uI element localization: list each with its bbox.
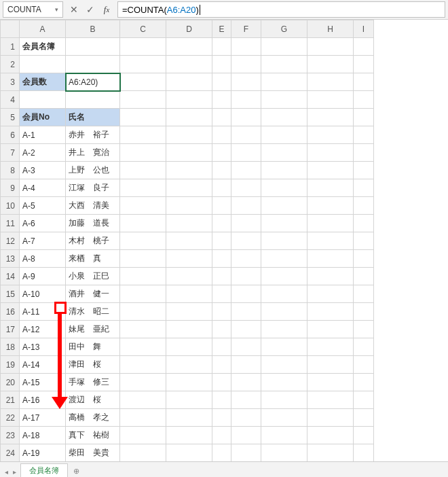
cell-B9[interactable]: 江塚 良子 — [66, 179, 120, 197]
cell-D24[interactable] — [166, 444, 212, 462]
cell-B23[interactable]: 真下 祐樹 — [66, 427, 120, 444]
cell-D21[interactable] — [166, 391, 212, 409]
row-header-12[interactable]: 12 — [1, 232, 20, 250]
cell-H4[interactable] — [307, 91, 354, 109]
cell-F1[interactable] — [231, 38, 261, 56]
cell-C18[interactable] — [120, 338, 166, 356]
cell-H20[interactable] — [307, 374, 354, 391]
add-sheet-button[interactable]: ⊕ — [69, 465, 83, 477]
cell-C23[interactable] — [120, 427, 166, 444]
cell-C11[interactable] — [120, 215, 166, 232]
cell-I7[interactable] — [354, 144, 374, 162]
col-header-H[interactable]: H — [307, 20, 354, 38]
cell-G6[interactable] — [261, 126, 307, 144]
cell-A22[interactable]: A-17 — [20, 409, 66, 427]
row-header-8[interactable]: 8 — [1, 162, 20, 179]
cell-D19[interactable] — [166, 356, 212, 374]
cell-A17[interactable]: A-12 — [20, 321, 66, 338]
cell-F12[interactable] — [231, 232, 261, 250]
select-all-corner[interactable] — [1, 20, 20, 38]
cell-G7[interactable] — [261, 144, 307, 162]
cell-I22[interactable] — [354, 409, 374, 427]
cell-C15[interactable] — [120, 285, 166, 303]
cell-B2[interactable] — [66, 56, 120, 73]
cell-F16[interactable] — [231, 303, 261, 321]
cell-A14[interactable]: A-9 — [20, 268, 66, 285]
cell-F19[interactable] — [231, 356, 261, 374]
tab-nav[interactable]: ◂▸ — [3, 468, 18, 476]
cell-I17[interactable] — [354, 321, 374, 338]
row-header-9[interactable]: 9 — [1, 179, 20, 197]
cell-H2[interactable] — [307, 56, 354, 73]
cell-D14[interactable] — [166, 268, 212, 285]
cell-H16[interactable] — [307, 303, 354, 321]
cell-F20[interactable] — [231, 374, 261, 391]
cell-E14[interactable] — [212, 268, 231, 285]
cell-I15[interactable] — [354, 285, 374, 303]
cell-F14[interactable] — [231, 268, 261, 285]
cell-F9[interactable] — [231, 179, 261, 197]
cell-H14[interactable] — [307, 268, 354, 285]
cell-I13[interactable] — [354, 250, 374, 268]
cell-H10[interactable] — [307, 197, 354, 215]
cell-B3[interactable]: A6:A20) — [66, 73, 120, 91]
cell-A7[interactable]: A-2 — [20, 144, 66, 162]
cell-E7[interactable] — [212, 144, 231, 162]
cell-F22[interactable] — [231, 409, 261, 427]
cell-B18[interactable]: 田中 舞 — [66, 338, 120, 356]
cell-D6[interactable] — [166, 126, 212, 144]
cell-I9[interactable] — [354, 179, 374, 197]
enter-button[interactable]: ✓ — [82, 1, 98, 18]
cell-H13[interactable] — [307, 250, 354, 268]
cell-H11[interactable] — [307, 215, 354, 232]
row-header-3[interactable]: 3 — [1, 73, 20, 91]
cell-G23[interactable] — [261, 427, 307, 444]
cell-A11[interactable]: A-6 — [20, 215, 66, 232]
cell-G3[interactable] — [261, 73, 307, 91]
cell-G5[interactable] — [261, 109, 307, 126]
cell-A1[interactable]: 会員名簿 — [20, 38, 66, 56]
cell-F8[interactable] — [231, 162, 261, 179]
cell-D23[interactable] — [166, 427, 212, 444]
cell-F2[interactable] — [231, 56, 261, 73]
cell-D17[interactable] — [166, 321, 212, 338]
fx-button[interactable]: fx — [98, 1, 115, 18]
cell-H19[interactable] — [307, 356, 354, 374]
cell-E12[interactable] — [212, 232, 231, 250]
cell-E19[interactable] — [212, 356, 231, 374]
cell-I18[interactable] — [354, 338, 374, 356]
cell-D16[interactable] — [166, 303, 212, 321]
cell-E23[interactable] — [212, 427, 231, 444]
cell-I2[interactable] — [354, 56, 374, 73]
row-header-13[interactable]: 13 — [1, 250, 20, 268]
cell-C1[interactable] — [120, 38, 166, 56]
cell-B17[interactable]: 妹尾 亜紀 — [66, 321, 120, 338]
row-header-7[interactable]: 7 — [1, 144, 20, 162]
cell-G14[interactable] — [261, 268, 307, 285]
cell-D11[interactable] — [166, 215, 212, 232]
cell-H12[interactable] — [307, 232, 354, 250]
cell-H7[interactable] — [307, 144, 354, 162]
cell-E17[interactable] — [212, 321, 231, 338]
row-header-17[interactable]: 17 — [1, 321, 20, 338]
cell-A2[interactable] — [20, 56, 66, 73]
cell-H17[interactable] — [307, 321, 354, 338]
cell-I11[interactable] — [354, 215, 374, 232]
cell-I21[interactable] — [354, 391, 374, 409]
cell-F24[interactable] — [231, 444, 261, 462]
cell-C7[interactable] — [120, 144, 166, 162]
cell-C12[interactable] — [120, 232, 166, 250]
cell-D2[interactable] — [166, 56, 212, 73]
cell-A9[interactable]: A-4 — [20, 179, 66, 197]
cell-D8[interactable] — [166, 162, 212, 179]
cell-A4[interactable] — [20, 91, 66, 109]
spreadsheet-grid[interactable]: ABCDEFGHI1会員名簿23会員数A6:A20)45会員No氏名6A-1赤井… — [0, 20, 448, 463]
row-header-2[interactable]: 2 — [1, 56, 20, 73]
cell-G11[interactable] — [261, 215, 307, 232]
cell-A13[interactable]: A-8 — [20, 250, 66, 268]
cell-H6[interactable] — [307, 126, 354, 144]
cell-H15[interactable] — [307, 285, 354, 303]
formula-input[interactable]: =COUNTA(A6:A20) COUNTA(値1, [値2], ...) — [117, 1, 445, 18]
cell-F3[interactable] — [231, 73, 261, 91]
cell-E9[interactable] — [212, 179, 231, 197]
